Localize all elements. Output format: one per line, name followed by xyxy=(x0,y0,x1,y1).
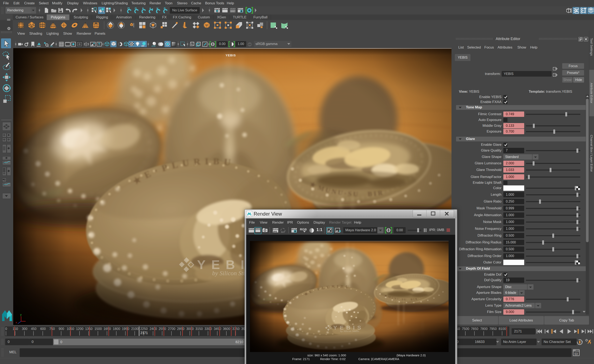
svg-text:IPR: IPR xyxy=(281,231,285,233)
svg-text:IPR: IPR xyxy=(231,11,234,13)
svg-text:IPR: IPR xyxy=(273,230,277,233)
svg-text:{;}: {;} xyxy=(574,352,577,355)
svg-text:y: y xyxy=(20,313,22,316)
svg-text:x: x xyxy=(16,321,17,324)
svg-text:OFF: OFF xyxy=(248,44,251,45)
